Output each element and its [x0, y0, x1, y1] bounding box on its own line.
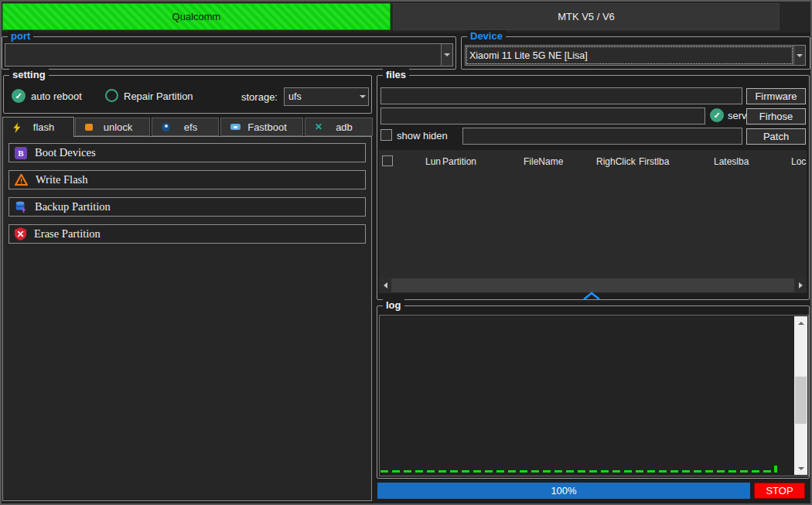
setting-group: setting ✓ auto reboot Repair Partition s… [3, 75, 372, 114]
auto-reboot-check-icon[interactable]: ✓ [12, 89, 26, 103]
erase-partition-label: Erase Partition [34, 227, 101, 241]
storage-combobox[interactable]: ufs [284, 87, 369, 106]
tab-adb[interactable]: ✕ adb [305, 118, 373, 136]
log-vertical-scrollbar[interactable] [794, 316, 807, 475]
firhose-path-input[interactable] [380, 107, 705, 125]
efs-ball-icon [162, 123, 170, 131]
scroll-left-icon[interactable] [379, 278, 391, 293]
auto-reboot-label[interactable]: auto reboot [31, 90, 82, 102]
tab-unlock[interactable]: unlock [75, 118, 150, 136]
backup-partition-label: Backup Partition [35, 200, 111, 213]
firmware-button-label: Firmware [755, 90, 797, 102]
boot-devices-label: Boot Devices [35, 146, 96, 159]
firmware-path-input[interactable] [380, 87, 742, 104]
repair-partition-radio[interactable] [105, 89, 118, 102]
patch-button[interactable]: Patch [746, 128, 806, 145]
port-group-label: port [8, 30, 33, 42]
device-combobox-value: Xiaomi 11 Lite 5G NE [Lisa] [466, 46, 793, 65]
log-group-label: log [383, 299, 404, 311]
boot-b-icon: B [15, 147, 27, 159]
col-header-lateslba[interactable]: Lateslba [714, 156, 749, 167]
flash-tool-window: Qualcomm MTK V5 / V6 port Device Xiaomi … [0, 0, 812, 505]
boot-devices-button[interactable]: B Boot Devices [9, 143, 366, 162]
lightning-icon [12, 122, 21, 133]
scrollbar-thumb[interactable] [795, 377, 807, 425]
show-hidden-label[interactable]: show hiden [397, 130, 448, 142]
firhose-button-label: Firhose [759, 111, 793, 122]
collapse-up-icon[interactable] [582, 291, 602, 302]
shield-x-icon [15, 227, 26, 241]
firhose-button[interactable]: Firhose [746, 108, 806, 125]
show-hidden-checkbox[interactable] [380, 129, 392, 141]
database-backup-icon [15, 200, 27, 213]
patch-path-input[interactable] [462, 128, 742, 145]
col-header-lun[interactable]: Lun [425, 156, 441, 167]
tab-mtk-label: MTK V5 / V6 [558, 11, 615, 22]
usb-icon [230, 124, 241, 130]
tab-flash[interactable]: flash [2, 117, 74, 137]
scroll-right-icon[interactable] [794, 278, 807, 293]
tab-mtk[interactable]: MTK V5 / V6 [393, 3, 780, 30]
device-combobox[interactable]: Xiaomi 11 Lite 5G NE [Lisa] [465, 45, 806, 66]
select-all-checkbox[interactable] [382, 155, 393, 166]
log-group: log [377, 305, 810, 479]
log-text [383, 318, 791, 465]
write-flash-button[interactable]: Write Flash [9, 170, 366, 189]
files-group-label: files [383, 69, 409, 80]
erase-partition-button[interactable]: Erase Partition [9, 224, 366, 244]
scroll-up-icon[interactable] [794, 316, 807, 329]
repair-partition-label[interactable]: Repair Partition [124, 90, 193, 102]
tab-efs[interactable]: efs [152, 118, 219, 136]
device-group: Device Xiaomi 11 Lite 5G NE [Lisa] [461, 36, 810, 70]
firmware-button[interactable]: Firmware [746, 88, 806, 104]
port-group: port [2, 36, 456, 70]
progress-value: 100% [551, 485, 576, 496]
backup-partition-button[interactable]: Backup Partition [9, 197, 366, 217]
tab-fastboot[interactable]: Fastboot [220, 118, 303, 136]
storage-label: storage: [241, 91, 278, 103]
tab-qualcomm[interactable]: Qualcomm [2, 3, 391, 30]
log-progress-dashes [380, 470, 776, 473]
flash-tab-panel: B Boot Devices Write Flash [2, 136, 372, 501]
warning-triangle-icon [15, 174, 28, 186]
stop-button[interactable]: STOP [754, 483, 805, 499]
col-header-partition[interactable]: Partition [442, 156, 476, 167]
write-flash-label: Write Flash [36, 173, 87, 186]
files-group: files Firmware ✓ server Firhose show hid… [377, 75, 810, 300]
tab-qualcomm-label: Qualcomm [172, 11, 221, 22]
port-combobox-value [5, 44, 441, 66]
col-header-righclick[interactable]: RighClick [596, 156, 636, 167]
col-header-filename[interactable]: FileName [524, 156, 563, 167]
scroll-down-icon[interactable] [794, 462, 807, 475]
lock-icon [85, 124, 93, 131]
stop-button-label: STOP [766, 485, 793, 496]
setting-group-label: setting [9, 69, 49, 80]
server-check-icon[interactable]: ✓ [710, 108, 724, 122]
partition-table[interactable]: Lun Partition FileName RighClick Firstlb… [379, 150, 807, 278]
chevron-down-icon[interactable] [357, 88, 368, 105]
device-group-label: Device [467, 30, 506, 42]
chevron-down-icon[interactable] [441, 44, 452, 66]
log-progress-tick [774, 466, 777, 473]
log-output[interactable] [379, 315, 809, 476]
adb-cross-icon: ✕ [315, 122, 322, 131]
chevron-down-icon[interactable] [793, 46, 805, 65]
col-header-loca[interactable]: Loca [791, 156, 807, 167]
col-header-firstlba[interactable]: Firstlba [639, 156, 669, 167]
port-combobox[interactable] [5, 43, 453, 67]
progress-bar: 100% [377, 483, 750, 499]
storage-combobox-value: ufs [285, 88, 357, 105]
patch-button-label: Patch [763, 131, 789, 142]
